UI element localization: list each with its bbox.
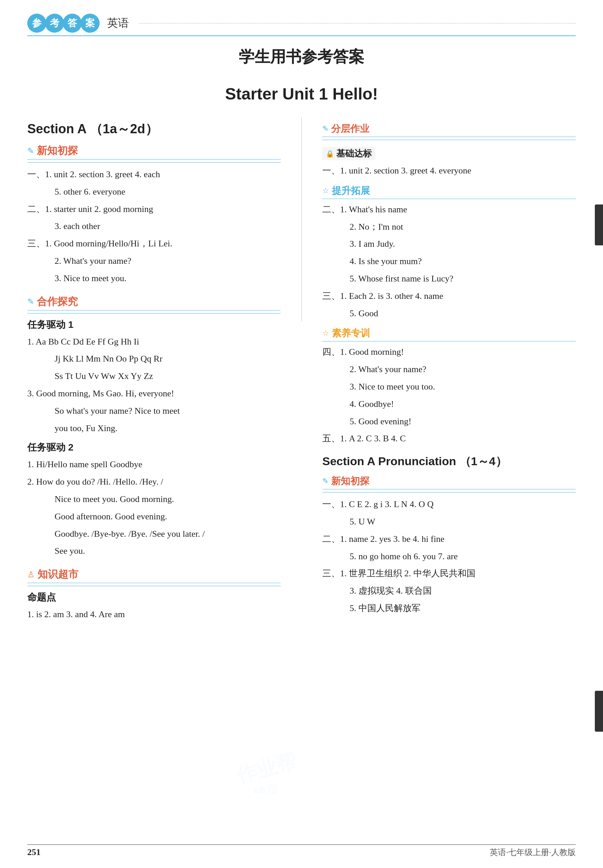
left-column: Section A （1a～2d） ✎ 新知初探 一、1. unit 2. se… bbox=[27, 117, 281, 624]
subsection-hezuo: ✎ 合作探究 bbox=[27, 295, 281, 310]
ti-er-line-5: 5. Whose first name is Lucy? bbox=[349, 271, 576, 287]
section-a-title: Section A （1a～2d） bbox=[27, 120, 281, 138]
task1-line-2: Jj Kk Ll Mm Nn Oo Pp Qq Rr bbox=[54, 351, 281, 367]
divider-r1 bbox=[322, 140, 576, 140]
suyang-header: ☆ 素养专训 bbox=[322, 327, 576, 341]
task1-header: 任务驱动 1 bbox=[27, 318, 281, 331]
task2-line-5: Goodbye. /Bye-bye. /Bye. /See you later.… bbox=[54, 526, 281, 542]
su-si-line-5: 5. Good evening! bbox=[349, 414, 576, 430]
er-line-2: 3. each other bbox=[54, 219, 281, 234]
su-si-line-1: 四、1. Good morning! bbox=[322, 344, 576, 360]
right-bookmark-bottom bbox=[595, 691, 603, 732]
xin-zhi2-header: ✎ 新知初探 bbox=[322, 475, 576, 489]
divider-3 bbox=[27, 586, 281, 586]
su-wu-line: 五、1. A 2. C 3. B 4. C bbox=[322, 431, 576, 447]
subsection-xin-zhi: ✎ 新知初探 bbox=[27, 144, 281, 159]
hezuo-title: 合作探究 bbox=[37, 295, 78, 309]
task2-header: 任务驱动 2 bbox=[27, 441, 281, 454]
page-footer: 251 英语·七年级上册·人教版 bbox=[27, 845, 576, 858]
unit-title: Starter Unit 1 Hello! bbox=[27, 85, 576, 103]
divider-1 bbox=[27, 162, 281, 163]
zhishi-icon: ♙ bbox=[27, 570, 35, 579]
san-line-1: 三、1. Good morning/Hello/Hi，Li Lei. bbox=[27, 236, 281, 252]
su-si-line-4: 4. Goodbye! bbox=[349, 396, 576, 412]
suyang-title: 素养专训 bbox=[332, 327, 370, 340]
right-column: ✎ 分层作业 🔒 基础达标 一、1. unit 2. section 3. gr… bbox=[322, 117, 576, 618]
ti-san-line-2: 5. Good bbox=[349, 306, 576, 322]
ti-er-line-3: 3. I am Judy. bbox=[349, 236, 576, 252]
ti-er-line-1: 二、1. What's his name bbox=[322, 202, 576, 218]
ti-er-line-4: 4. Is she your mum? bbox=[349, 254, 576, 270]
yi-line-2: 5. other 6. everyone bbox=[54, 184, 281, 200]
task1-line-3: Ss Tt Uu Vv Ww Xx Yy Zz bbox=[54, 368, 281, 384]
xin-zhi2-title: 新知初探 bbox=[331, 475, 370, 488]
tishen-title: 提升拓展 bbox=[332, 184, 370, 197]
footer-description: 英语·七年级上册·人教版 bbox=[490, 847, 576, 858]
page-number: 251 bbox=[27, 847, 40, 857]
task2-line-1: 1. Hi/Hello name spell Goodbye bbox=[27, 457, 281, 473]
xin-zhi2-icon: ✎ bbox=[322, 477, 328, 486]
task1-line-1: 1. Aa Bb Cc Dd Ee Ff Gg Hh Ii bbox=[27, 334, 281, 350]
task1-line-4: 3. Good morning, Ms Gao. Hi, everyone! bbox=[27, 386, 281, 402]
xin-san-line-2: 3. 虚拟现实 4. 联合国 bbox=[349, 583, 576, 599]
task1-line-5: So what's your name? Nice to meet bbox=[54, 403, 281, 419]
page-header: 参 考 答 案 英语 bbox=[27, 14, 576, 36]
er-line-1: 二、1. starter unit 2. good morning bbox=[27, 201, 281, 217]
xin-san-line-3: 5. 中国人民解放军 bbox=[349, 600, 576, 617]
xin-zhi-title: 新知初探 bbox=[37, 144, 78, 158]
subsection-zhishi: ♙ 知识超市 bbox=[27, 567, 281, 583]
page: 参 考 答 案 英语 学生用书参考答案 Starter Unit 1 Hello… bbox=[0, 0, 603, 868]
tishen-icon: ☆ bbox=[322, 187, 329, 195]
zhishi-title: 知识超市 bbox=[37, 567, 79, 581]
svg-text:精灵: 精灵 bbox=[250, 781, 282, 793]
task2-line-2: 2. How do you do? /Hi. /Hello. /Hey. / bbox=[27, 474, 281, 490]
right-bookmark-top bbox=[595, 205, 603, 245]
hezuo-icon: ✎ bbox=[27, 297, 34, 306]
tishen-header: ☆ 提升拓展 bbox=[322, 184, 576, 199]
subject-label: 英语 bbox=[107, 16, 129, 31]
badge-char-1: 参 bbox=[27, 14, 46, 33]
san-line-2: 2. What's your name? bbox=[54, 253, 281, 269]
xin-er-line-1: 二、1. name 2. yes 3. be 4. hi fine bbox=[322, 531, 576, 547]
xin-san-line-1: 三、1. 世界卫生组织 2. 中华人民共和国 bbox=[322, 566, 576, 582]
fenceng-title: 分层作业 bbox=[331, 122, 370, 135]
content-columns: Section A （1a～2d） ✎ 新知初探 一、1. unit 2. se… bbox=[27, 117, 576, 624]
xin-er-line-2: 5. no go home oh 6. you 7. are bbox=[349, 549, 576, 565]
xin-yi-line-1: 一、1. C E 2. g i 3. L N 4. O Q bbox=[322, 496, 576, 513]
su-si-line-2: 2. What's your name? bbox=[349, 362, 576, 378]
san-line-3: 3. Nice to meet you. bbox=[54, 271, 281, 287]
xin-zhi-icon: ✎ bbox=[27, 146, 34, 156]
lock-icon: 🔒 bbox=[326, 150, 334, 158]
badge-char-2: 考 bbox=[45, 14, 64, 33]
yi-line-1: 一、1. unit 2. section 3. greet 4. each bbox=[27, 167, 281, 183]
task2-line-6: See you. bbox=[54, 543, 281, 559]
logo-badge: 参 考 答 案 bbox=[27, 14, 100, 33]
header-line bbox=[139, 23, 576, 23]
su-si-line-3: 3. Nice to meet you too. bbox=[349, 379, 576, 395]
column-divider bbox=[301, 117, 302, 321]
ti-san-line-1: 三、1. Each 2. is 3. other 4. name bbox=[322, 288, 576, 304]
main-title: 学生用书参考答案 bbox=[27, 46, 576, 68]
badge-char-3: 答 bbox=[63, 14, 82, 33]
jichu-badge: 🔒 基础达标 bbox=[322, 147, 375, 160]
task2-line-4: Good afternoon. Good evening. bbox=[54, 509, 281, 525]
divider-r2 bbox=[322, 492, 576, 492]
badge-char-4: 案 bbox=[80, 14, 100, 33]
svg-text:作业帮: 作业帮 bbox=[233, 749, 300, 787]
fenceng-icon: ✎ bbox=[322, 124, 328, 133]
section-a-pro-title: Section A Pronunciation （1～4） bbox=[322, 453, 576, 469]
xin-yi-line-2: 5. U W bbox=[349, 514, 576, 530]
mingti-header: 命题点 bbox=[27, 591, 281, 604]
ti-er-line-2: 2. No；I'm not bbox=[349, 219, 576, 235]
ji-yi-line: 一、1. unit 2. section 3. greet 4. everyon… bbox=[322, 163, 576, 179]
mingti-line-1: 1. is 2. am 3. and 4. Are am bbox=[27, 607, 281, 623]
suyang-icon: ☆ bbox=[322, 329, 329, 338]
right-fenceng-header: ✎ 分层作业 bbox=[322, 122, 576, 137]
watermark: 作业帮 精灵 bbox=[233, 739, 370, 800]
task2-line-3: Nice to meet you. Good morning. bbox=[54, 492, 281, 507]
jichu-title: 基础达标 bbox=[336, 148, 372, 159]
task1-line-6: you too, Fu Xing. bbox=[54, 421, 281, 436]
